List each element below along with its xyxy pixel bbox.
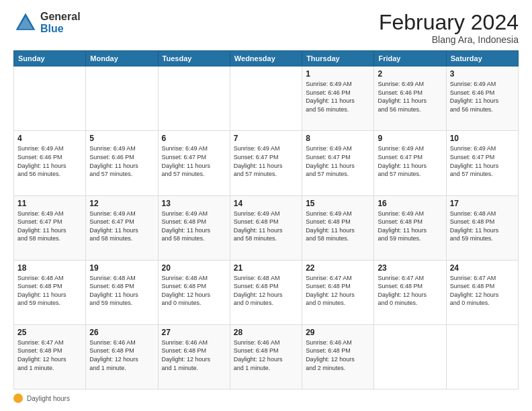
day-cell: 16Sunrise: 6:49 AM Sunset: 6:48 PM Dayli… [374,195,446,260]
sun-icon [13,394,23,403]
day-detail: Sunrise: 6:49 AM Sunset: 6:47 PM Dayligh… [17,210,82,243]
day-detail: Sunrise: 6:49 AM Sunset: 6:48 PM Dayligh… [162,210,226,243]
day-cell: 27Sunrise: 6:46 AM Sunset: 6:48 PM Dayli… [158,324,230,389]
day-cell: 5Sunrise: 6:49 AM Sunset: 6:46 PM Daylig… [86,131,158,195]
day-number: 24 [450,263,515,273]
day-number: 23 [378,263,442,273]
logo-icon [13,11,38,35]
day-cell: 11Sunrise: 6:49 AM Sunset: 6:47 PM Dayli… [14,195,86,260]
day-cell: 14Sunrise: 6:49 AM Sunset: 6:48 PM Dayli… [230,195,302,260]
header-cell-wednesday: Wednesday [230,51,302,66]
day-cell: 1Sunrise: 6:49 AM Sunset: 6:46 PM Daylig… [302,66,374,131]
day-cell [230,66,302,131]
day-detail: Sunrise: 6:47 AM Sunset: 6:48 PM Dayligh… [450,274,515,308]
header-cell-tuesday: Tuesday [158,51,230,66]
day-number: 29 [306,328,370,337]
calendar-body: 1Sunrise: 6:49 AM Sunset: 6:46 PM Daylig… [14,66,519,390]
day-cell: 17Sunrise: 6:48 AM Sunset: 6:48 PM Dayli… [446,195,518,260]
day-detail: Sunrise: 6:49 AM Sunset: 6:47 PM Dayligh… [450,144,515,178]
day-detail: Sunrise: 6:46 AM Sunset: 6:48 PM Dayligh… [162,338,226,372]
day-detail: Sunrise: 6:48 AM Sunset: 6:48 PM Dayligh… [450,210,515,243]
day-cell: 3Sunrise: 6:49 AM Sunset: 6:46 PM Daylig… [446,66,518,131]
header-cell-thursday: Thursday [302,51,374,66]
day-number: 18 [17,263,82,273]
day-number: 26 [89,328,154,337]
day-detail: Sunrise: 6:46 AM Sunset: 6:48 PM Dayligh… [234,338,298,372]
day-cell [374,324,446,389]
calendar-header: SundayMondayTuesdayWednesdayThursdayFrid… [14,51,519,66]
calendar-table: SundayMondayTuesdayWednesdayThursdayFrid… [13,50,519,390]
day-cell: 12Sunrise: 6:49 AM Sunset: 6:47 PM Dayli… [86,195,158,260]
day-cell [14,66,86,131]
day-cell: 6Sunrise: 6:49 AM Sunset: 6:47 PM Daylig… [158,131,230,195]
day-cell [158,66,230,131]
day-detail: Sunrise: 6:49 AM Sunset: 6:46 PM Dayligh… [17,144,82,178]
day-cell: 24Sunrise: 6:47 AM Sunset: 6:48 PM Dayli… [446,260,518,324]
day-number: 1 [306,69,370,79]
day-cell [86,66,158,131]
week-row-2: 11Sunrise: 6:49 AM Sunset: 6:47 PM Dayli… [14,195,519,260]
day-number: 6 [162,134,226,143]
day-number: 19 [89,263,154,273]
day-number: 12 [89,199,154,208]
day-cell: 21Sunrise: 6:48 AM Sunset: 6:48 PM Dayli… [230,260,302,324]
day-number: 5 [89,134,154,143]
day-detail: Sunrise: 6:47 AM Sunset: 6:48 PM Dayligh… [17,338,82,372]
day-number: 22 [306,263,370,273]
day-cell [446,324,518,389]
day-number: 28 [234,328,298,337]
day-detail: Sunrise: 6:48 AM Sunset: 6:48 PM Dayligh… [234,274,298,308]
day-detail: Sunrise: 6:48 AM Sunset: 6:48 PM Dayligh… [17,274,82,308]
day-detail: Sunrise: 6:49 AM Sunset: 6:48 PM Dayligh… [306,210,370,243]
week-row-1: 4Sunrise: 6:49 AM Sunset: 6:46 PM Daylig… [14,131,519,195]
week-row-0: 1Sunrise: 6:49 AM Sunset: 6:46 PM Daylig… [14,66,519,131]
day-number: 20 [162,263,226,273]
day-cell: 2Sunrise: 6:49 AM Sunset: 6:46 PM Daylig… [374,66,446,131]
day-number: 13 [162,199,226,208]
day-cell: 8Sunrise: 6:49 AM Sunset: 6:47 PM Daylig… [302,131,374,195]
day-cell: 29Sunrise: 6:46 AM Sunset: 6:48 PM Dayli… [302,324,374,389]
location: Blang Ara, Indonesia [379,34,519,45]
day-detail: Sunrise: 6:49 AM Sunset: 6:47 PM Dayligh… [306,144,370,178]
header-cell-friday: Friday [374,51,446,66]
logo-blue-text: Blue [40,23,81,35]
day-cell: 4Sunrise: 6:49 AM Sunset: 6:46 PM Daylig… [14,131,86,195]
day-number: 16 [378,199,442,208]
page: General Blue February 2024 Blang Ara, In… [0,0,532,411]
day-detail: Sunrise: 6:49 AM Sunset: 6:47 PM Dayligh… [378,144,442,178]
day-cell: 18Sunrise: 6:48 AM Sunset: 6:48 PM Dayli… [14,260,86,324]
week-row-4: 25Sunrise: 6:47 AM Sunset: 6:48 PM Dayli… [14,324,519,389]
day-number: 10 [450,134,515,143]
header-row: SundayMondayTuesdayWednesdayThursdayFrid… [14,51,519,66]
header-cell-sunday: Sunday [14,51,86,66]
day-detail: Sunrise: 6:49 AM Sunset: 6:46 PM Dayligh… [89,144,154,178]
day-number: 8 [306,134,370,143]
day-number: 2 [378,69,442,79]
logo: General Blue [13,11,81,35]
day-detail: Sunrise: 6:49 AM Sunset: 6:46 PM Dayligh… [306,80,370,113]
day-number: 3 [450,69,515,79]
day-detail: Sunrise: 6:49 AM Sunset: 6:47 PM Dayligh… [162,144,226,178]
footer-label: Daylight hours [27,395,70,402]
day-detail: Sunrise: 6:48 AM Sunset: 6:48 PM Dayligh… [89,274,154,308]
day-detail: Sunrise: 6:49 AM Sunset: 6:47 PM Dayligh… [89,210,154,243]
day-cell: 9Sunrise: 6:49 AM Sunset: 6:47 PM Daylig… [374,131,446,195]
day-cell: 19Sunrise: 6:48 AM Sunset: 6:48 PM Dayli… [86,260,158,324]
day-cell: 28Sunrise: 6:46 AM Sunset: 6:48 PM Dayli… [230,324,302,389]
logo-general-text: General [40,11,81,23]
day-cell: 20Sunrise: 6:48 AM Sunset: 6:48 PM Dayli… [158,260,230,324]
day-number: 25 [17,328,82,337]
day-cell: 10Sunrise: 6:49 AM Sunset: 6:47 PM Dayli… [446,131,518,195]
day-number: 4 [17,134,82,143]
day-detail: Sunrise: 6:46 AM Sunset: 6:48 PM Dayligh… [89,338,154,372]
footer-note: Daylight hours [13,394,519,403]
day-detail: Sunrise: 6:47 AM Sunset: 6:48 PM Dayligh… [306,274,370,308]
day-number: 17 [450,199,515,208]
day-cell: 22Sunrise: 6:47 AM Sunset: 6:48 PM Dayli… [302,260,374,324]
day-number: 7 [234,134,298,143]
day-number: 21 [234,263,298,273]
title-block: February 2024 Blang Ara, Indonesia [379,11,519,45]
day-cell: 15Sunrise: 6:49 AM Sunset: 6:48 PM Dayli… [302,195,374,260]
header: General Blue February 2024 Blang Ara, In… [13,11,519,45]
day-number: 11 [17,199,82,208]
